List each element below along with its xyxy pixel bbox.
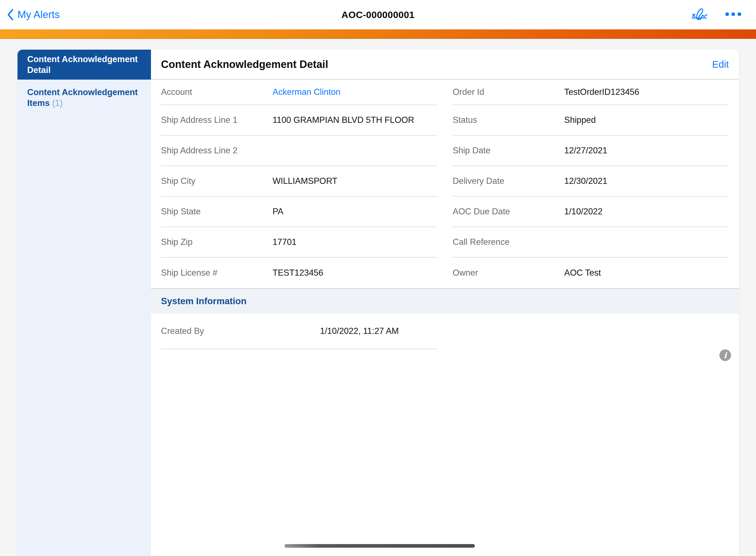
field-row-ship-date: Ship Date 12/27/2021 bbox=[453, 136, 729, 166]
sidebar-item-content-acknowledgement-detail[interactable]: Content Acknowledgement Detail bbox=[18, 49, 151, 79]
field-label: Ship License # bbox=[161, 268, 272, 278]
more-actions-button[interactable] bbox=[725, 12, 742, 18]
field-row-delivery-date: Delivery Date 12/30/2021 bbox=[453, 166, 729, 197]
field-label: Delivery Date bbox=[453, 176, 564, 186]
field-label: Ship Address Line 1 bbox=[161, 115, 272, 125]
system-information-title: System Information bbox=[161, 296, 246, 306]
field-row-aoc-due-date: AOC Due Date 1/10/2022 bbox=[453, 197, 729, 227]
signature-icon bbox=[690, 6, 708, 23]
field-value: PA bbox=[272, 207, 283, 216]
ellipsis-icon bbox=[725, 12, 742, 18]
navigation-bar: My Alerts AOC-000000001 bbox=[0, 0, 756, 29]
sidebar-item-label: Content Acknowledgement Items bbox=[27, 88, 138, 108]
signature-button[interactable] bbox=[690, 6, 708, 23]
system-information-rows: Created By 1/10/2022, 11:27 AM bbox=[151, 314, 739, 349]
field-label: Order Id bbox=[453, 87, 564, 97]
field-label: Call Reference bbox=[453, 237, 564, 247]
field-row-status: Status Shipped bbox=[453, 105, 729, 136]
detail-panel: Content Acknowledgement Detail Edit Acco… bbox=[151, 49, 739, 556]
info-button[interactable]: i bbox=[719, 349, 731, 361]
sidebar-item-label: Content Acknowledgement Detail bbox=[27, 54, 140, 75]
app-screen: My Alerts AOC-000000001 bbox=[0, 0, 756, 556]
detail-header: Content Acknowledgement Detail Edit bbox=[151, 49, 739, 79]
info-icon: i bbox=[724, 351, 727, 360]
record-card: Content Acknowledgement Detail Content A… bbox=[18, 49, 739, 556]
field-value: 1/10/2022 bbox=[564, 207, 602, 216]
field-value: 12/30/2021 bbox=[564, 176, 607, 186]
field-value: AOC Test bbox=[564, 268, 601, 278]
field-value: 12/27/2021 bbox=[564, 146, 607, 155]
field-label: Status bbox=[453, 115, 564, 125]
field-label: Ship Date bbox=[453, 146, 564, 155]
field-label: Created By bbox=[161, 326, 320, 336]
page-title: AOC-000000001 bbox=[0, 9, 756, 20]
edit-button[interactable]: Edit bbox=[712, 59, 729, 70]
field-row-order-id: Order Id TestOrderID123456 bbox=[453, 79, 729, 105]
account-link[interactable]: Ackerman Clinton bbox=[272, 87, 340, 97]
field-label: Ship Zip bbox=[161, 237, 272, 247]
sidebar-item-count: (1) bbox=[52, 98, 63, 108]
field-value: WILLIAMSPORT bbox=[272, 176, 337, 186]
nav-actions bbox=[690, 0, 742, 29]
field-label: Account bbox=[161, 87, 272, 97]
field-label: Ship City bbox=[161, 176, 272, 186]
field-value: 1100 GRAMPIAN BLVD 5TH FLOOR bbox=[272, 115, 414, 125]
field-label: Ship State bbox=[161, 207, 272, 216]
field-row-ship-city: Ship City WILLIAMSPORT bbox=[161, 166, 437, 197]
field-value: TestOrderID123456 bbox=[564, 87, 639, 97]
field-grid: Account Ackerman Clinton Ship Address Li… bbox=[151, 79, 739, 288]
field-value: TEST123456 bbox=[272, 268, 323, 278]
field-row-ship-zip: Ship Zip 17701 bbox=[161, 227, 437, 257]
sidebar-item-content-acknowledgement-items[interactable]: Content Acknowledgement Items(1) bbox=[18, 79, 151, 116]
system-information-section-header: System Information bbox=[151, 288, 739, 314]
field-value: 17701 bbox=[272, 237, 296, 247]
field-label: Owner bbox=[453, 268, 564, 278]
field-row-ship-address-line-1: Ship Address Line 1 1100 GRAMPIAN BLVD 5… bbox=[161, 105, 437, 136]
section-sidebar: Content Acknowledgement Detail Content A… bbox=[18, 49, 151, 556]
status-value: Shipped bbox=[564, 115, 596, 125]
field-row-call-reference: Call Reference bbox=[453, 227, 729, 257]
field-value: 1/10/2022, 11:27 AM bbox=[320, 326, 399, 336]
field-label: AOC Due Date bbox=[453, 207, 564, 216]
field-row-ship-address-line-2: Ship Address Line 2 bbox=[161, 136, 437, 166]
field-column-right: Order Id TestOrderID123456 Status Shippe… bbox=[453, 79, 729, 288]
field-label: Ship Address Line 2 bbox=[161, 146, 272, 155]
field-row-ship-license: Ship License # TEST123456 bbox=[161, 257, 437, 288]
field-row-created-by: Created By 1/10/2022, 11:27 AM bbox=[161, 314, 438, 349]
field-row-account: Account Ackerman Clinton bbox=[161, 79, 437, 105]
brand-accent-bar bbox=[0, 29, 756, 39]
detail-title: Content Acknowledgement Detail bbox=[161, 59, 328, 70]
field-column-left: Account Ackerman Clinton Ship Address Li… bbox=[161, 79, 437, 288]
field-row-owner: Owner AOC Test bbox=[453, 257, 729, 288]
field-row-ship-state: Ship State PA bbox=[161, 197, 437, 227]
page-body: Content Acknowledgement Detail Content A… bbox=[0, 39, 756, 556]
home-indicator[interactable] bbox=[285, 544, 475, 548]
